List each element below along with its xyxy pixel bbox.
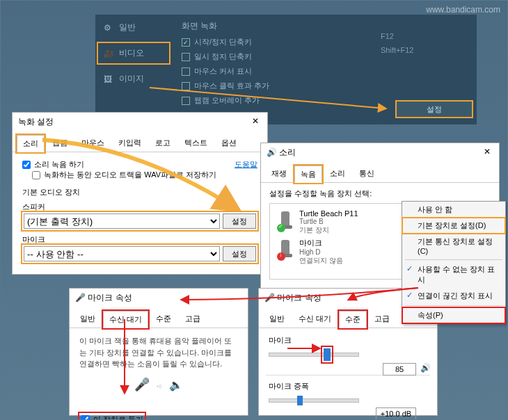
row-mouse-cursor: 마우스 커서 표시 — [179, 64, 477, 79]
tab-logo[interactable]: 로고 — [149, 134, 177, 152]
group-label: 기본 오디오 장치 — [22, 187, 257, 197]
sidebar-item-general[interactable]: ⚙ 일반 — [95, 15, 172, 40]
label-mic-boost: 마이크 증폭 — [269, 381, 427, 391]
checkbox-record-sound[interactable]: 소리 녹음 하기 — [22, 159, 235, 170]
speaker-config-button[interactable]: 설정 — [223, 213, 256, 229]
tab-sound[interactable]: 소리 — [324, 165, 351, 182]
ctx-set-default[interactable]: 기본 장치로 설정(D) — [402, 218, 505, 234]
image-icon: 🖼 — [104, 74, 113, 84]
arrow-right-icon: ➪ — [157, 382, 163, 390]
checkbox-listen-device[interactable]: 이 장치로 듣기 — [79, 413, 145, 421]
tab-text[interactable]: 텍스트 — [178, 134, 214, 152]
settings-button[interactable]: 설정 — [396, 101, 473, 118]
ctx-show-disabled[interactable]: 사용할 수 없는 장치 표시 — [402, 261, 505, 288]
checkbox-save-wav[interactable]: 녹화하는 동안 오디오 트랙을 WAV파일로 저장하기 — [32, 170, 257, 180]
checkbox-icon[interactable]: ✓ — [182, 38, 190, 47]
slider-thumb[interactable] — [324, 348, 331, 361]
video-icon: 🎥 — [104, 49, 113, 58]
microphone-icon — [276, 238, 295, 261]
default-badge-icon — [277, 224, 285, 232]
mic-config-button[interactable]: 설정 — [223, 246, 256, 261]
sidebar-label: 비디오 — [119, 47, 144, 59]
dialog-title: 소리 — [279, 147, 296, 157]
watermark-text: www.bandicam.com — [426, 5, 500, 15]
microphone-icon — [276, 209, 295, 233]
separator — [405, 305, 502, 306]
recording-settings-dialog: 녹화 설정 ✕ 소리 웹캠 마우스 키입력 로고 텍스트 옵션 도움말 소리 녹… — [12, 112, 268, 275]
tab-mouse[interactable]: 마우스 — [75, 134, 111, 152]
sound-icon: 🔊 — [267, 147, 277, 157]
mic-properties-dialog-listen: 🎤 마이크 속성 일반 수신 대기 수준 고급 이 마이크 잭을 통해 휴대용 … — [69, 288, 248, 416]
dialog-title-bar: 녹화 설정 ✕ — [13, 113, 267, 131]
tab-advanced[interactable]: 고급 — [179, 310, 207, 328]
mic-boost-value[interactable]: +10.0 dB — [376, 407, 416, 420]
checkbox-input[interactable] — [32, 171, 40, 179]
sidebar-item-image[interactable]: 🖼 이미지 — [95, 66, 172, 92]
ctx-show-disconnected[interactable]: 연결이 끊긴 장치 표시 — [402, 288, 505, 304]
tab-general[interactable]: 일반 — [263, 310, 291, 328]
speaker-icon: 🔈 — [169, 379, 183, 391]
checkbox-icon[interactable] — [182, 53, 190, 61]
row-mouse-click: 마우스 클릭 효과 추가 — [179, 79, 477, 93]
microphone-icon: 🎤 — [75, 293, 86, 302]
field-label-speaker: 스피커 — [22, 202, 257, 212]
dialog-title-bar: 🔊 소리 ✕ — [261, 143, 499, 162]
sidebar-label: 일반 — [119, 22, 136, 33]
row-pause-hotkey: 일시 정지 단축키 Shift+F12 — [179, 49, 477, 64]
ctx-properties[interactable]: 속성(P) — [402, 307, 505, 323]
help-link[interactable]: 도움말 — [235, 159, 257, 170]
dialog-title-bar: 🎤 마이크 속성 — [70, 289, 248, 307]
checkbox-icon[interactable] — [182, 67, 190, 76]
gear-icon: ⚙ — [104, 23, 113, 33]
mic-combo[interactable]: -- 사용 안함 -- — [24, 246, 220, 261]
mic-boost-slider[interactable] — [269, 398, 359, 403]
hotkey-value: F12 — [381, 32, 394, 40]
microphone-icon: 🎤 — [264, 293, 275, 302]
tab-levels[interactable]: 수준 — [150, 310, 177, 328]
tab-general[interactable]: 일반 — [74, 310, 102, 328]
dialog-title: 녹화 설정 — [18, 117, 54, 127]
tab-comm[interactable]: 통신 — [353, 165, 381, 182]
speaker-combo[interactable]: (기본 출력 장치) — [24, 213, 220, 229]
microphone-icon: 🎤 — [134, 378, 150, 391]
instruction-text: 설정을 수정할 녹음 장치 선택: — [261, 183, 499, 199]
tab-record[interactable]: 녹음 — [294, 165, 322, 183]
checkbox-icon[interactable] — [182, 82, 190, 90]
tab-sound[interactable]: 소리 — [17, 135, 45, 152]
tab-levels[interactable]: 수준 — [339, 311, 367, 328]
separator — [405, 259, 502, 260]
speaker-combo-row: (기본 출력 장치) 설정 — [22, 212, 257, 230]
tab-playback[interactable]: 재생 — [265, 165, 293, 182]
dialog-title: 마이크 속성 — [88, 293, 132, 302]
checkbox-icon[interactable] — [182, 97, 190, 105]
tab-listen[interactable]: 수신 대기 — [292, 310, 338, 328]
device-context-menu: 사용 안 함 기본 장치로 설정(D) 기본 통신 장치로 설정(C) 사용할 … — [402, 201, 506, 324]
label-mic-level: 마이크 — [269, 335, 427, 346]
ctx-disable[interactable]: 사용 안 함 — [402, 202, 505, 218]
mic-combo-row: -- 사용 안함 -- 설정 — [22, 245, 257, 263]
dialog-title: 마이크 속성 — [277, 293, 321, 302]
slider-thumb[interactable] — [297, 396, 303, 405]
mic-level-value[interactable]: 85 — [383, 363, 416, 375]
section-title: 화면 녹화 — [179, 15, 477, 35]
bandicam-settings-panel: ⚙ 일반 🎥 비디오 🖼 이미지 화면 녹화 ✓ 시작/정지 단축키 F12 일… — [95, 15, 477, 124]
checkbox-input[interactable] — [22, 161, 31, 169]
ctx-set-default-comm[interactable]: 기본 통신 장치로 설정(C) — [402, 234, 505, 258]
close-icon[interactable]: ✕ — [481, 147, 493, 156]
tab-listen[interactable]: 수신 대기 — [103, 311, 148, 328]
speaker-icon[interactable] — [420, 363, 431, 374]
row-start-hotkey: ✓ 시작/정지 단축키 F12 — [179, 35, 477, 49]
field-label-mic: 마이크 — [22, 234, 257, 245]
disconnected-badge-icon — [277, 252, 285, 261]
tab-options[interactable]: 옵션 — [215, 134, 243, 152]
description-text: 이 마이크 잭을 통해 휴대용 음악 플레이어 또는 기타 장치를 연결할 수 … — [79, 335, 238, 370]
sidebar-item-video[interactable]: 🎥 비디오 — [95, 40, 172, 66]
listen-diagram: 🎤 ➪ 🔈 — [79, 377, 238, 392]
mic-level-slider[interactable] — [269, 353, 359, 357]
tab-advanced[interactable]: 고급 — [368, 310, 396, 328]
hotkey-value: Shift+F12 — [381, 46, 413, 54]
tab-webcam[interactable]: 웹캠 — [46, 134, 74, 152]
tab-key[interactable]: 키입력 — [112, 134, 148, 152]
checkbox-input[interactable] — [81, 415, 90, 421]
close-icon[interactable]: ✕ — [249, 116, 262, 126]
